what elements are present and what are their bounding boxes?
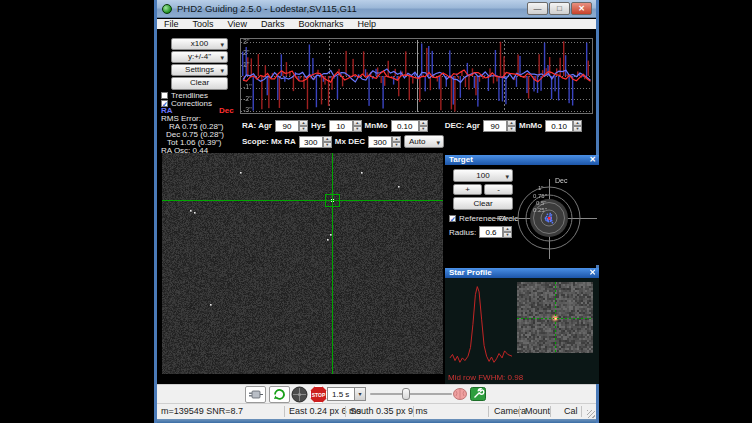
title-bar[interactable]: PHD2 Guiding 2.5.0 - Lodestar,SV115,G11 … — [157, 0, 596, 18]
mount-status: Mount — [525, 406, 550, 416]
cal-status: Cal — [564, 406, 578, 416]
dec-axis-label: Dec — [555, 177, 567, 184]
app-window: PHD2 Guiding 2.5.0 - Lodestar,SV115,G11 … — [154, 0, 599, 423]
brain-settings-button[interactable] — [452, 387, 468, 401]
menu-darks[interactable]: Darks — [254, 19, 292, 30]
stop-sign-icon: STOP — [310, 386, 327, 403]
dec-agr-stepper[interactable]: 90▲▼ — [483, 120, 516, 132]
history-panel: x100 ▾ y:+/-4" ▾ Settings ▾ Clear Trendl… — [157, 29, 596, 155]
y-axis-label: 3" — [243, 38, 249, 45]
menu-bookmarks[interactable]: Bookmarks — [291, 19, 350, 30]
target-bullseye-plot — [445, 165, 599, 265]
target-panel-title: Target — [449, 155, 473, 164]
menu-tools[interactable]: Tools — [186, 19, 221, 30]
brain-icon — [452, 387, 468, 401]
stop-button[interactable]: STOP — [310, 386, 328, 403]
minimize-button[interactable]: — — [527, 2, 548, 15]
fwhm-readout: Mid row FWHM: 0.98 — [448, 373, 523, 382]
star-profile-panel-header[interactable]: Star Profile ✕ — [445, 268, 599, 278]
dec-mnmo-label: MnMo — [519, 121, 542, 130]
close-button[interactable]: ✕ — [571, 2, 592, 15]
connect-equipment-button[interactable] — [245, 386, 266, 403]
y-axis-label: 1" — [243, 61, 249, 68]
star-zoom-image — [517, 282, 593, 353]
star-profile-panel-title: Star Profile — [449, 268, 492, 277]
trendlines-checkbox[interactable] — [161, 92, 168, 99]
chevron-down-icon: ▾ — [220, 40, 224, 50]
stretch-slider[interactable] — [370, 393, 452, 395]
chevron-down-icon: ▾ — [437, 137, 441, 148]
guide-camera-image[interactable] — [162, 153, 443, 374]
history-clear-button[interactable]: Clear — [171, 77, 228, 90]
menu-file[interactable]: File — [157, 19, 186, 30]
maximize-button[interactable]: □ — [549, 2, 570, 15]
hys-label: Hys — [311, 121, 326, 130]
phd2-app-icon — [162, 4, 172, 14]
star-profile-panel: Mid row FWHM: 0.98 — [445, 278, 599, 384]
camera-wrench-icon — [470, 387, 486, 401]
y-axis-label: -2" — [243, 95, 252, 102]
menu-help[interactable]: Help — [350, 19, 383, 30]
ra-agr-stepper[interactable]: 90▲▼ — [275, 120, 308, 132]
y-axis-label: -1" — [243, 83, 252, 90]
resize-grip[interactable] — [587, 410, 595, 418]
dec-agr-label: DEC: Agr — [445, 121, 480, 130]
scope-mxra-label: Scope: Mx RA — [242, 137, 296, 146]
ring-label-1: 1" — [538, 185, 543, 191]
chevron-down-icon: ▾ — [354, 388, 365, 400]
window-title: PHD2 Guiding 2.5.0 - Lodestar,SV115,G11 — [177, 3, 357, 14]
ra-mnmo-label: MnMo — [365, 121, 388, 130]
target-panel-header[interactable]: Target ✕ — [445, 155, 599, 165]
menu-view[interactable]: View — [221, 19, 254, 30]
dec-mnmo-stepper[interactable]: 0.10▲▼ — [545, 120, 582, 132]
guide-target-icon — [290, 386, 309, 403]
chevron-down-icon: ▾ — [220, 66, 224, 76]
y-axis-label: -3" — [243, 106, 252, 113]
ra-axis-label: RA — [497, 215, 507, 222]
loop-exposures-button[interactable] — [269, 386, 290, 403]
star-mass-snr: m=139549 SNR=8.7 — [161, 406, 243, 416]
status-bar: m=139549 SNR=8.7 East 0.24 px 6 ms South… — [157, 403, 596, 419]
guide-button[interactable] — [290, 386, 311, 403]
ring-label-075: 0.75" — [533, 193, 547, 199]
usb-plug-icon — [246, 387, 265, 402]
exposure-dropdown[interactable]: 1.5 s ▾ — [327, 387, 366, 401]
history-yscale-dropdown[interactable]: y:+/-4" ▾ — [171, 51, 228, 63]
loop-arrows-icon — [270, 387, 289, 402]
mx-ra-stepper[interactable]: 300▲▼ — [299, 136, 332, 148]
slider-handle[interactable] — [402, 388, 410, 400]
mx-dec-label: Mx DEC — [335, 137, 365, 146]
mx-dec-stepper[interactable]: 300▲▼ — [368, 136, 401, 148]
ra-dec-controls-row: RA: Agr 90▲▼ Hys 10▲▼ MnMo 0.10▲▼ DEC: A… — [242, 119, 582, 132]
scope-controls-row: Scope: Mx RA 300▲▼ Mx DEC 300▲▼ Auto▾ — [242, 135, 444, 148]
camera-setup-button[interactable] — [470, 387, 486, 401]
target-panel: 100 ▾ + - Clear ✓ Reference Circle Radiu… — [445, 165, 599, 265]
ring-label-025: 0.25" — [533, 207, 547, 213]
y-axis-label: 2" — [243, 49, 249, 56]
chevron-down-icon: ▾ — [220, 53, 224, 63]
camera-status: Camera — [494, 406, 526, 416]
star-profile-curve — [449, 282, 513, 374]
star-profile-close-icon[interactable]: ✕ — [589, 268, 596, 278]
dec-mode-dropdown[interactable]: Auto▾ — [404, 135, 444, 148]
ra-agr-label: RA: Agr — [242, 121, 272, 130]
history-length-dropdown[interactable]: x100 ▾ — [171, 38, 228, 50]
target-close-icon[interactable]: ✕ — [589, 155, 596, 165]
ra-mnmo-stepper[interactable]: 0.10▲▼ — [391, 120, 428, 132]
history-graph-canvas — [241, 39, 592, 113]
main-toolbar: STOP 1.5 s ▾ — [157, 384, 596, 403]
history-graph: 3" 2" 1" -1" -2" -3" — [240, 38, 593, 114]
history-settings-dropdown[interactable]: Settings ▾ — [171, 64, 228, 76]
dec-move-status: South 0.35 px 9 ms — [350, 406, 428, 416]
dec-legend: Dec — [219, 106, 234, 115]
window-bottom-border — [157, 419, 596, 423]
hys-stepper[interactable]: 10▲▼ — [329, 120, 362, 132]
ring-label-05: 0.5" — [536, 200, 546, 206]
